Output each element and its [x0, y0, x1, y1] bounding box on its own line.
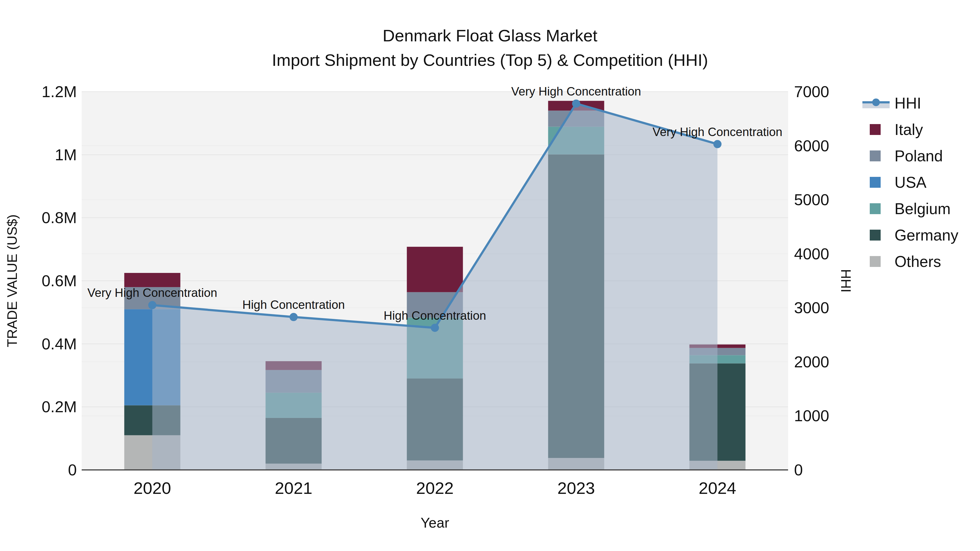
legend-label: Germany [894, 226, 958, 244]
x-tick-2023: 2023 [557, 479, 595, 497]
legend-label: USA [894, 173, 926, 191]
legend-label: Italy [894, 121, 923, 138]
y-left-tick: 0.2M [41, 398, 77, 416]
bar-segment-italy-2020[interactable] [124, 273, 180, 287]
legend-item-hhi[interactable]: HHI [862, 90, 958, 116]
y-left-tick: 0.8M [41, 209, 77, 226]
legend-item-italy[interactable]: Italy [862, 116, 958, 143]
y-left-tick: 0 [68, 461, 77, 479]
belgium-swatch-icon [870, 203, 881, 214]
legend-label: Belgium [894, 200, 951, 218]
y-right-tick: 0 [794, 461, 803, 479]
annotation-2024: Very High Concentration [652, 125, 783, 138]
y-left-tick: 1.2M [41, 83, 77, 100]
legend-item-belgium[interactable]: Belgium [862, 195, 958, 222]
annotation-2023: Very High Concentration [511, 85, 641, 98]
annotation-2021: High Concentration [242, 298, 345, 311]
legend-label: Poland [894, 147, 943, 165]
plot-area: Very High ConcentrationHigh Concentratio… [0, 0, 980, 551]
hhi-line-swatch-icon [862, 97, 891, 109]
hhi-point-2023[interactable] [572, 100, 581, 108]
x-tick-2021: 2021 [275, 479, 312, 497]
annotation-2020: Very High Concentration [88, 286, 217, 299]
legend-label: Others [894, 252, 941, 270]
annotation-2022: High Concentration [383, 309, 486, 322]
y-right-tick: 5000 [794, 191, 829, 208]
usa-swatch-icon [870, 177, 881, 188]
y-left-tick: 0.6M [41, 272, 77, 289]
figure: Denmark Float Glass Market Import Shipme… [0, 0, 980, 551]
others-swatch-icon [870, 256, 881, 267]
y-right-tick: 7000 [794, 83, 829, 100]
y-right-tick: 6000 [794, 137, 829, 154]
y-left-tick: 1M [55, 146, 77, 164]
y-right-tick: 2000 [794, 353, 829, 371]
y-right-tick: 3000 [794, 299, 829, 316]
italy-swatch-icon [870, 124, 881, 135]
y-left-axis-title: TRADE VALUE (US$) [5, 214, 20, 347]
legend: HHI Italy Poland USA Belgium Germany Oth… [862, 90, 958, 275]
legend-label: HHI [894, 94, 921, 112]
legend-item-usa[interactable]: USA [862, 169, 958, 195]
x-axis-title: Year [421, 515, 449, 530]
y-left-tick: 0.4M [41, 335, 77, 353]
x-tick-2022: 2022 [416, 479, 454, 497]
poland-swatch-icon [870, 151, 881, 161]
bar-segment-italy-2022[interactable] [407, 247, 463, 292]
y-right-axis-title: HHI [838, 269, 853, 292]
hhi-point-2020[interactable] [148, 301, 156, 309]
hhi-point-2022[interactable] [431, 324, 439, 332]
hhi-point-2024[interactable] [713, 140, 722, 148]
x-tick-2024: 2024 [699, 479, 737, 497]
x-tick-2020: 2020 [134, 479, 171, 497]
legend-item-poland[interactable]: Poland [862, 143, 958, 169]
legend-item-germany[interactable]: Germany [862, 222, 958, 248]
y-right-tick: 1000 [794, 407, 829, 424]
y-right-tick: 4000 [794, 245, 829, 263]
germany-swatch-icon [870, 230, 881, 241]
hhi-point-2021[interactable] [290, 313, 298, 321]
legend-item-others[interactable]: Others [862, 248, 958, 275]
